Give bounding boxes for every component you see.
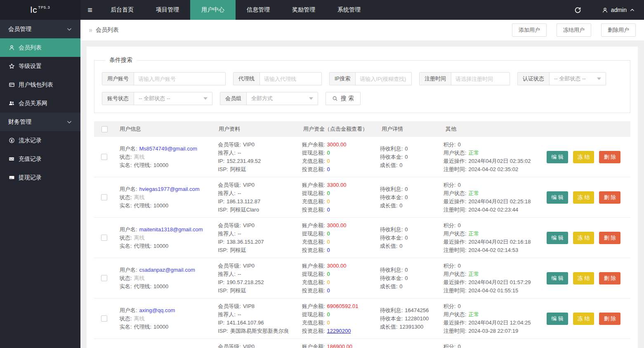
nav-item-dashboard[interactable]: 后台首页	[99, 0, 145, 20]
username-link[interactable]: Ms8574749@gmail.com	[139, 146, 197, 152]
nav-item-info[interactable]: 信息管理	[236, 0, 281, 20]
nav-item-system[interactable]: 系统管理	[326, 0, 372, 20]
username-link[interactable]: maitenita1318@gmail.com	[139, 226, 203, 233]
edit-button[interactable]: 编 辑	[547, 272, 568, 285]
freeze-button[interactable]: 冻 结	[573, 191, 594, 204]
growth-label: 成长值:	[380, 202, 398, 209]
balance-value[interactable]: 3000.00	[327, 263, 347, 269]
balance-value[interactable]: 3300.00	[327, 182, 347, 188]
level-value: VIP0	[243, 343, 255, 348]
balance-value[interactable]: 69060592.01	[327, 303, 359, 309]
freeze-button[interactable]: 冻 结	[573, 151, 594, 163]
delete-button[interactable]: 删 除	[599, 191, 620, 204]
invest-value[interactable]: 0	[327, 207, 330, 213]
invest-value[interactable]: 12290200	[327, 328, 351, 334]
row-checkbox[interactable]	[101, 194, 107, 200]
freeze-button[interactable]: 冻 结	[573, 313, 594, 325]
interest-label: 待收利息:	[380, 186, 403, 192]
last-op-label: 最近操作:	[443, 279, 467, 285]
delete-button[interactable]: 删 除	[599, 232, 620, 244]
growth-value: 0	[399, 202, 402, 209]
search-button-label: 搜 索	[341, 95, 354, 102]
sidebar-item-member-network[interactable]: 会员关系网	[0, 94, 80, 113]
last-op-value: 2024年04月02日 02:16:18	[468, 239, 531, 245]
delete-button[interactable]: 删 除	[599, 313, 620, 325]
table-row: 用户名:axing@qq.com 状态:离线 实名:代理线:10000 会员等级…	[94, 299, 630, 339]
recharge-value[interactable]: 0	[327, 239, 330, 245]
balance-value[interactable]: 186900.00	[327, 343, 352, 348]
withdraw-value[interactable]: 0	[327, 311, 330, 317]
sidebar-item-withdrawal-records[interactable]: 提现记录	[0, 168, 80, 187]
ip-search-input[interactable]	[356, 73, 411, 85]
account-status-select[interactable]: -- 全部状态 --	[134, 92, 212, 105]
withdraw-value[interactable]: 0	[327, 271, 330, 277]
register-time-input[interactable]	[451, 73, 510, 85]
admin-user-menu[interactable]: admin	[602, 7, 635, 13]
member-group-select[interactable]: 全部方式	[247, 92, 318, 105]
username-link[interactable]: hviegas1977@gmail.com	[139, 186, 199, 192]
reg-time-label: 注册时间:	[443, 247, 467, 253]
sidebar-item-member-list[interactable]: 会员列表	[0, 38, 80, 57]
balance-value[interactable]: 3000.00	[327, 141, 347, 148]
sidebar-item-transaction-records[interactable]: 流水记录	[0, 131, 80, 150]
sidebar-group-finance-management[interactable]: 财务管理	[0, 113, 80, 131]
menu-toggle-icon[interactable]: ≡	[80, 0, 99, 20]
delete-user-button[interactable]: 删除用户	[601, 24, 636, 37]
freeze-button[interactable]: 冻 结	[573, 232, 594, 244]
recharge-value[interactable]: 0	[327, 198, 330, 205]
freeze-button[interactable]: 冻 结	[573, 272, 594, 285]
invest-value[interactable]: 0	[327, 287, 330, 294]
other-cell: 积分:0 用户状态:正常 最近操作:2024年04月02日 02:16:18 注…	[439, 221, 541, 254]
edit-button[interactable]: 编 辑	[547, 151, 568, 163]
caret-down-icon	[597, 78, 601, 80]
account-input[interactable]	[134, 73, 225, 85]
edit-button[interactable]: 编 辑	[547, 232, 568, 244]
search-row-1: 用户账号 代理线 IP搜索 注册时间	[102, 72, 623, 85]
auth-status-select[interactable]: -- 全部状态 --	[550, 73, 606, 85]
refresh-icon[interactable]	[570, 0, 586, 20]
balance-value[interactable]: 3000.00	[327, 222, 347, 228]
delete-button[interactable]: 删 除	[599, 151, 620, 163]
row-checkbox[interactable]	[101, 154, 107, 160]
users-icon	[8, 100, 15, 106]
nav-item-projects[interactable]: 项目管理	[145, 0, 190, 20]
username-link[interactable]: axing@qq.com	[139, 307, 175, 313]
username-link[interactable]: csadanpaz@gmail.com	[139, 267, 195, 273]
nav-item-rewards[interactable]: 奖励管理	[281, 0, 326, 20]
row-checkbox[interactable]	[101, 275, 107, 281]
invest-label: 投资总额:	[302, 247, 325, 253]
search-button[interactable]: 搜 索	[326, 92, 361, 105]
select-all-checkbox[interactable]	[101, 126, 108, 132]
sidebar-group-member-management[interactable]: 会员管理	[0, 20, 80, 38]
add-user-button[interactable]: 添加用户	[512, 24, 547, 37]
sidebar-item-level-settings[interactable]: 等级设置	[0, 57, 80, 75]
sidebar-item-user-wallets[interactable]: 用户钱包列表	[0, 75, 80, 94]
withdraw-value[interactable]: 0	[327, 230, 330, 237]
app-logo[interactable]: lcTP5.3	[0, 0, 80, 20]
sidebar-item-recharge-records[interactable]: PayPal 充值记录	[0, 150, 80, 168]
isp-label: ISP:	[218, 166, 228, 172]
balance-label: 账户余额:	[302, 141, 325, 148]
edit-button[interactable]: 编 辑	[547, 191, 568, 204]
nav-item-user-center[interactable]: 用户中心	[190, 0, 236, 20]
user-info-cell: 用户名:Ms8574749@gmail.com 状态:离线 实名:代理线:100…	[115, 145, 213, 169]
points-value: 0	[458, 222, 460, 228]
main-area: » 会员列表 添加用户 冻结用户 删除用户 条件搜索 用户账号 代理线	[80, 20, 644, 348]
row-checkbox[interactable]	[101, 315, 107, 322]
withdraw-value[interactable]: 0	[327, 150, 330, 156]
table-row: 用户名:csadanpaz@gmail.com 状态:离线 实名:代理线:100…	[94, 258, 630, 299]
invest-value[interactable]: 0	[327, 166, 330, 172]
recharge-value[interactable]: 0	[327, 279, 330, 285]
isp-value: 美国路易斯安那新奥尔良	[230, 328, 289, 334]
edit-button[interactable]: 编 辑	[547, 313, 568, 325]
agent-input[interactable]	[260, 73, 321, 85]
recharge-value[interactable]: 0	[327, 158, 330, 164]
recharge-value[interactable]: 0	[327, 320, 330, 326]
delete-button[interactable]: 删 除	[599, 272, 620, 285]
invest-value[interactable]: 0	[327, 247, 330, 253]
freeze-user-button[interactable]: 冻结用户	[557, 24, 591, 37]
row-checkbox[interactable]	[101, 235, 107, 241]
balance-label: 账户余额:	[302, 343, 325, 348]
account-field-label: 用户账号	[102, 73, 134, 85]
withdraw-value[interactable]: 0	[327, 190, 330, 196]
